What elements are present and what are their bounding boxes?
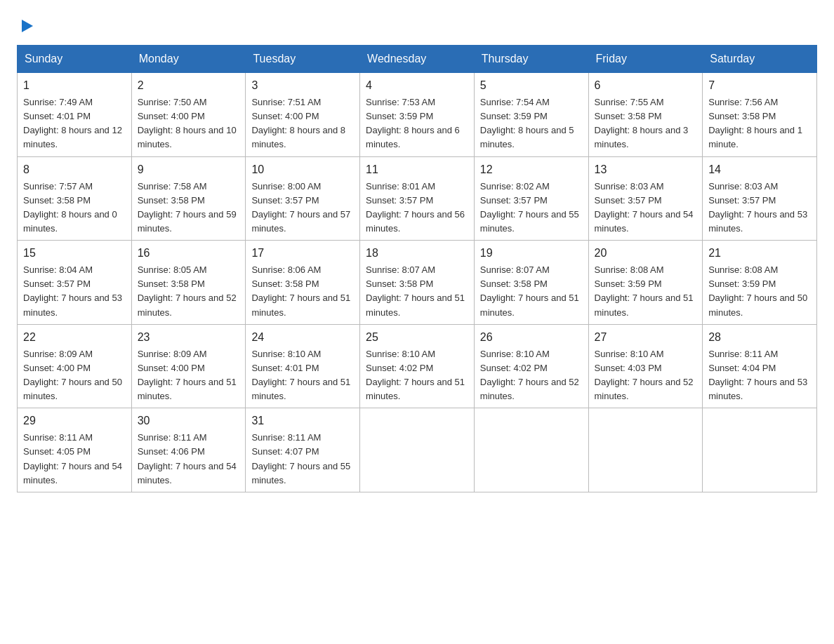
calendar-cell: 25Sunrise: 8:10 AMSunset: 4:02 PMDayligh… [360, 324, 475, 408]
week-row-3: 15Sunrise: 8:04 AMSunset: 3:57 PMDayligh… [18, 241, 817, 325]
weekday-header-sunday: Sunday [18, 46, 132, 73]
calendar-cell: 4Sunrise: 7:53 AMSunset: 3:59 PMDaylight… [360, 73, 475, 157]
day-number: 5 [480, 77, 583, 94]
day-number: 9 [138, 161, 240, 178]
calendar-cell: 16Sunrise: 8:05 AMSunset: 3:58 PMDayligh… [131, 241, 246, 325]
day-info: Sunrise: 8:08 AMSunset: 3:59 PMDaylight:… [708, 263, 811, 320]
day-number: 11 [366, 161, 468, 178]
day-number: 31 [251, 412, 354, 429]
calendar-cell: 10Sunrise: 8:00 AMSunset: 3:57 PMDayligh… [246, 156, 360, 241]
calendar-cell: 2Sunrise: 7:50 AMSunset: 4:00 PMDaylight… [131, 73, 246, 157]
day-number: 21 [708, 245, 811, 262]
day-info: Sunrise: 8:01 AMSunset: 3:57 PMDaylight:… [366, 180, 468, 236]
day-info: Sunrise: 8:11 AMSunset: 4:04 PMDaylight:… [708, 347, 811, 404]
day-number: 12 [480, 161, 583, 178]
week-row-4: 22Sunrise: 8:09 AMSunset: 4:00 PMDayligh… [18, 324, 817, 408]
calendar-body: 1Sunrise: 7:49 AMSunset: 4:01 PMDaylight… [18, 73, 817, 492]
calendar-cell [588, 408, 703, 492]
calendar-cell: 12Sunrise: 8:02 AMSunset: 3:57 PMDayligh… [474, 156, 588, 241]
week-row-2: 8Sunrise: 7:57 AMSunset: 3:58 PMDaylight… [18, 156, 817, 241]
day-info: Sunrise: 8:11 AMSunset: 4:07 PMDaylight:… [251, 431, 354, 488]
calendar-cell [360, 408, 475, 492]
day-info: Sunrise: 8:02 AMSunset: 3:57 PMDaylight:… [480, 180, 583, 236]
calendar-cell: 30Sunrise: 8:11 AMSunset: 4:06 PMDayligh… [131, 408, 246, 492]
day-info: Sunrise: 8:10 AMSunset: 4:02 PMDaylight:… [480, 347, 583, 404]
calendar-cell: 6Sunrise: 7:55 AMSunset: 3:58 PMDaylight… [588, 73, 703, 157]
calendar-cell [703, 408, 817, 492]
day-number: 22 [23, 329, 126, 346]
calendar-cell: 19Sunrise: 8:07 AMSunset: 3:58 PMDayligh… [474, 241, 588, 325]
day-number: 30 [138, 412, 240, 429]
day-number: 14 [708, 161, 811, 178]
calendar-cell: 18Sunrise: 8:07 AMSunset: 3:58 PMDayligh… [360, 241, 475, 325]
day-number: 26 [480, 329, 583, 346]
day-info: Sunrise: 7:49 AMSunset: 4:01 PMDaylight:… [23, 95, 126, 152]
calendar-cell: 22Sunrise: 8:09 AMSunset: 4:00 PMDayligh… [18, 324, 132, 408]
day-info: Sunrise: 8:10 AMSunset: 4:01 PMDaylight:… [251, 347, 354, 404]
calendar-cell: 13Sunrise: 8:03 AMSunset: 3:57 PMDayligh… [588, 156, 703, 241]
calendar-cell: 5Sunrise: 7:54 AMSunset: 3:59 PMDaylight… [474, 73, 588, 157]
day-number: 27 [595, 329, 697, 346]
day-info: Sunrise: 7:53 AMSunset: 3:59 PMDaylight:… [366, 95, 468, 152]
day-info: Sunrise: 7:57 AMSunset: 3:58 PMDaylight:… [23, 180, 126, 236]
day-number: 2 [138, 77, 240, 94]
day-number: 8 [23, 161, 126, 178]
calendar-cell: 31Sunrise: 8:11 AMSunset: 4:07 PMDayligh… [246, 408, 360, 492]
calendar-cell: 26Sunrise: 8:10 AMSunset: 4:02 PMDayligh… [474, 324, 588, 408]
calendar-cell: 11Sunrise: 8:01 AMSunset: 3:57 PMDayligh… [360, 156, 475, 241]
day-number: 29 [23, 412, 126, 429]
day-number: 19 [480, 245, 583, 262]
day-number: 23 [138, 329, 240, 346]
calendar-cell: 15Sunrise: 8:04 AMSunset: 3:57 PMDayligh… [18, 241, 132, 325]
calendar-cell: 3Sunrise: 7:51 AMSunset: 4:00 PMDaylight… [246, 73, 360, 157]
day-info: Sunrise: 8:03 AMSunset: 3:57 PMDaylight:… [708, 180, 811, 236]
svg-marker-0 [22, 20, 33, 32]
weekday-header-wednesday: Wednesday [360, 46, 475, 73]
day-info: Sunrise: 8:11 AMSunset: 4:05 PMDaylight:… [23, 431, 126, 488]
weekday-header-thursday: Thursday [474, 46, 588, 73]
calendar-cell: 14Sunrise: 8:03 AMSunset: 3:57 PMDayligh… [703, 156, 817, 241]
day-number: 10 [251, 161, 354, 178]
calendar-cell: 8Sunrise: 7:57 AMSunset: 3:58 PMDaylight… [18, 156, 132, 241]
day-info: Sunrise: 7:55 AMSunset: 3:58 PMDaylight:… [595, 95, 697, 152]
day-info: Sunrise: 8:09 AMSunset: 4:00 PMDaylight:… [138, 347, 240, 404]
day-number: 4 [366, 77, 468, 94]
calendar-cell: 29Sunrise: 8:11 AMSunset: 4:05 PMDayligh… [18, 408, 132, 492]
calendar-cell: 24Sunrise: 8:10 AMSunset: 4:01 PMDayligh… [246, 324, 360, 408]
day-number: 13 [595, 161, 697, 178]
day-number: 15 [23, 245, 126, 262]
day-number: 28 [708, 329, 811, 346]
calendar-cell: 20Sunrise: 8:08 AMSunset: 3:59 PMDayligh… [588, 241, 703, 325]
day-info: Sunrise: 8:05 AMSunset: 3:58 PMDaylight:… [138, 263, 240, 320]
day-info: Sunrise: 8:00 AMSunset: 3:57 PMDaylight:… [251, 180, 354, 236]
day-number: 7 [708, 77, 811, 94]
day-info: Sunrise: 7:54 AMSunset: 3:59 PMDaylight:… [480, 95, 583, 152]
calendar-cell: 17Sunrise: 8:06 AMSunset: 3:58 PMDayligh… [246, 241, 360, 325]
day-info: Sunrise: 7:56 AMSunset: 3:58 PMDaylight:… [708, 95, 811, 152]
calendar-header: SundayMondayTuesdayWednesdayThursdayFrid… [18, 46, 817, 73]
day-info: Sunrise: 8:07 AMSunset: 3:58 PMDaylight:… [480, 263, 583, 320]
logo-arrow-icon [19, 18, 34, 34]
day-number: 24 [251, 329, 354, 346]
day-number: 3 [251, 77, 354, 94]
day-number: 16 [138, 245, 240, 262]
calendar-cell: 1Sunrise: 7:49 AMSunset: 4:01 PMDaylight… [18, 73, 132, 157]
calendar-cell: 7Sunrise: 7:56 AMSunset: 3:58 PMDaylight… [703, 73, 817, 157]
day-number: 1 [23, 77, 126, 94]
weekday-row: SundayMondayTuesdayWednesdayThursdayFrid… [18, 46, 817, 73]
logo [17, 17, 34, 34]
weekday-header-friday: Friday [588, 46, 703, 73]
day-info: Sunrise: 8:10 AMSunset: 4:02 PMDaylight:… [366, 347, 468, 404]
week-row-1: 1Sunrise: 7:49 AMSunset: 4:01 PMDaylight… [18, 73, 817, 157]
weekday-header-monday: Monday [131, 46, 246, 73]
day-info: Sunrise: 8:08 AMSunset: 3:59 PMDaylight:… [595, 263, 697, 320]
calendar-cell: 27Sunrise: 8:10 AMSunset: 4:03 PMDayligh… [588, 324, 703, 408]
day-info: Sunrise: 8:07 AMSunset: 3:58 PMDaylight:… [366, 263, 468, 320]
weekday-header-tuesday: Tuesday [246, 46, 360, 73]
day-number: 25 [366, 329, 468, 346]
calendar-table: SundayMondayTuesdayWednesdayThursdayFrid… [17, 45, 817, 492]
calendar-cell: 21Sunrise: 8:08 AMSunset: 3:59 PMDayligh… [703, 241, 817, 325]
logo-block [17, 17, 34, 34]
day-number: 20 [595, 245, 697, 262]
day-info: Sunrise: 8:03 AMSunset: 3:57 PMDaylight:… [595, 180, 697, 236]
